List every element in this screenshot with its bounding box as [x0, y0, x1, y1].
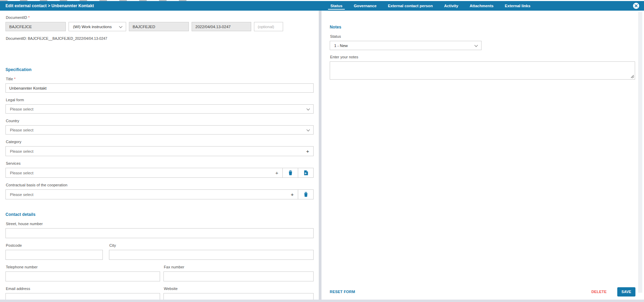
chevron-down-icon	[119, 25, 122, 28]
save-button[interactable]: SAVE	[617, 287, 635, 297]
fax-label: Fax number	[164, 265, 314, 269]
trash-icon	[304, 192, 308, 197]
telephone-fax-row: Telephone number Fax number	[5, 265, 314, 281]
documentid-summary: DocumentID: BAJCFEJCE__BAJCFEJED_2022/04…	[6, 36, 314, 40]
documentid-part2-field[interactable]	[129, 22, 189, 31]
services-add-document-button[interactable]	[298, 168, 314, 178]
tab-external-contact-person[interactable]: External contact person	[387, 1, 434, 11]
fax-input[interactable]	[163, 271, 314, 281]
chevron-down-icon	[474, 44, 478, 47]
services-placeholder: Please select	[10, 171, 33, 175]
document-type-value: (WI) Work instructions	[73, 25, 112, 29]
website-block: Website	[163, 287, 314, 300]
contractual-basis-picker[interactable]: Please select +	[5, 189, 298, 199]
breadcrumb: Edit external contact > Unbenannter Kont…	[5, 1, 94, 11]
country-placeholder: Please select	[10, 128, 33, 132]
footer-action-bar: RESET FORM DELETE SAVE	[326, 284, 644, 300]
contractual-basis-placeholder: Please select	[10, 193, 33, 197]
email-input[interactable]	[5, 293, 160, 300]
website-input[interactable]	[163, 293, 314, 300]
notes-textarea[interactable]	[330, 61, 635, 80]
services-picker[interactable]: Please select +	[5, 168, 283, 178]
status-value: 1 - New	[334, 44, 348, 48]
telephone-label: Telephone number	[6, 265, 160, 269]
spacer	[5, 40, 314, 67]
legal-form-select[interactable]: Please select	[5, 104, 314, 114]
add-contract-icon[interactable]: +	[291, 192, 294, 197]
email-block: Email address	[5, 287, 160, 300]
documentid-row: (WI) Work instructions	[5, 22, 314, 31]
postcode-input[interactable]	[5, 250, 103, 260]
chevron-down-icon	[306, 107, 310, 111]
fax-block: Fax number	[163, 265, 314, 281]
document-add-icon	[304, 170, 308, 175]
services-delete-button[interactable]	[282, 168, 298, 178]
notes-textarea-wrap	[330, 61, 635, 80]
dialog-header: Edit external contact > Unbenannter Kont…	[0, 1, 644, 11]
email-label: Email address	[6, 287, 160, 291]
required-mark: *	[28, 15, 29, 20]
documentid-part1-field[interactable]	[5, 22, 66, 31]
document-form-panel: DocumentID* (WI) Work instructions Docum…	[0, 11, 319, 300]
documentid-optional-field[interactable]	[254, 22, 283, 31]
street-input[interactable]	[5, 228, 314, 238]
close-button[interactable]	[633, 3, 639, 9]
status-label: Status	[330, 34, 642, 38]
contractual-basis-label: Contractual basis of the cooperation	[6, 183, 314, 187]
category-picker[interactable]: Please select +	[5, 146, 314, 156]
postcode-block: Postcode	[5, 243, 103, 260]
contractual-basis-block: Contractual basis of the cooperation Ple…	[5, 183, 314, 199]
add-service-icon[interactable]: +	[275, 170, 278, 175]
documentid-date-field[interactable]	[192, 22, 251, 31]
country-select[interactable]: Please select	[5, 125, 314, 135]
delete-button[interactable]: DELETE	[591, 290, 607, 294]
country-block: Country Please select	[5, 119, 314, 135]
street-label: Street, house number	[6, 222, 314, 226]
title-field-block: Title*	[5, 77, 314, 93]
reset-form-button[interactable]: RESET FORM	[330, 290, 355, 294]
right-panel-scrollbar[interactable]	[638, 12, 642, 293]
category-block: Category Please select +	[5, 140, 314, 156]
left-panel-scrollbar[interactable]	[319, 11, 321, 300]
documentid-label: DocumentID*	[6, 15, 314, 20]
documentid-label-text: DocumentID	[6, 15, 27, 20]
contact-details-heading: Contact details	[5, 212, 314, 217]
title-input[interactable]	[5, 83, 314, 93]
services-label: Services	[6, 161, 314, 165]
specification-heading: Specification	[5, 67, 314, 72]
telephone-input[interactable]	[5, 271, 160, 281]
document-type-select[interactable]: (WI) Work instructions	[69, 22, 126, 31]
tab-bar: Status Governance External contact perso…	[329, 1, 532, 11]
status-select[interactable]: 1 - New	[330, 41, 482, 50]
city-label: City	[109, 243, 314, 247]
tab-status[interactable]: Status	[329, 1, 343, 11]
chevron-down-icon	[306, 128, 310, 131]
tab-attachments[interactable]: Attachments	[469, 1, 495, 11]
website-label: Website	[164, 287, 314, 291]
tab-external-links[interactable]: External links	[504, 1, 532, 11]
legal-form-label: Legal form	[6, 98, 314, 102]
city-block: City	[109, 243, 314, 260]
add-category-icon[interactable]: +	[306, 149, 309, 154]
edit-external-contact-dialog: Edit external contact > Unbenannter Kont…	[0, 0, 644, 302]
title-label-text: Title	[6, 77, 13, 81]
street-block: Street, house number	[5, 222, 314, 238]
notes-field-label: Enter your notes	[330, 55, 642, 59]
contractual-basis-delete-button[interactable]	[298, 189, 314, 199]
postcode-city-row: Postcode City	[5, 243, 314, 260]
legal-form-block: Legal form Please select	[5, 98, 314, 114]
title-label: Title*	[6, 77, 314, 81]
horizontal-scrollbar[interactable]	[0, 300, 644, 302]
tab-activity[interactable]: Activity	[443, 1, 460, 11]
tab-governance[interactable]: Governance	[353, 1, 377, 11]
close-icon	[634, 4, 638, 8]
required-mark: *	[14, 77, 15, 81]
trash-icon	[288, 170, 293, 175]
category-placeholder: Please select	[10, 149, 33, 153]
services-block: Services Please select +	[5, 161, 314, 178]
city-input[interactable]	[109, 250, 314, 260]
legal-form-placeholder: Please select	[10, 107, 33, 111]
country-label: Country	[6, 119, 314, 123]
category-label: Category	[6, 140, 314, 144]
notes-heading: Notes	[330, 25, 642, 30]
